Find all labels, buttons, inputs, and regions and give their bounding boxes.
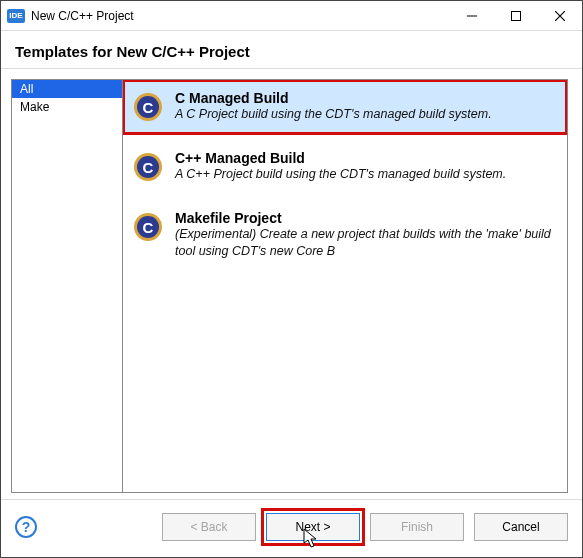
wizard-content: All Make C C Managed Build A C Project b… (1, 69, 582, 499)
makefile-icon: C (131, 210, 165, 244)
svg-rect-0 (512, 11, 521, 20)
template-desc: A C Project build using the CDT's manage… (175, 106, 557, 123)
svg-text:C: C (143, 219, 154, 236)
template-text: C++ Managed Build A C++ Project build us… (175, 150, 557, 183)
minimize-icon (467, 11, 477, 21)
category-item-make[interactable]: Make (12, 98, 122, 116)
back-button: < Back (162, 513, 256, 541)
cancel-button[interactable]: Cancel (474, 513, 568, 541)
template-text: Makefile Project (Experimental) Create a… (175, 210, 557, 260)
page-title: Templates for New C/C++ Project (15, 43, 568, 60)
next-button[interactable]: Next > (266, 513, 360, 541)
template-item-c-managed[interactable]: C C Managed Build A C Project build usin… (123, 80, 567, 134)
svg-text:C: C (143, 99, 154, 116)
template-list[interactable]: C C Managed Build A C Project build usin… (123, 79, 568, 493)
close-button[interactable] (538, 1, 582, 31)
template-title: C Managed Build (175, 90, 557, 106)
wizard-header: Templates for New C/C++ Project (1, 31, 582, 69)
template-title: C++ Managed Build (175, 150, 557, 166)
template-item-makefile[interactable]: C Makefile Project (Experimental) Create… (123, 200, 567, 270)
template-title: Makefile Project (175, 210, 557, 226)
titlebar: IDE New C/C++ Project (1, 1, 582, 31)
dialog-window: IDE New C/C++ Project Templates for New … (0, 0, 583, 558)
app-icon: IDE (7, 9, 25, 23)
help-button[interactable]: ? (15, 516, 37, 538)
category-item-all[interactable]: All (12, 80, 122, 98)
minimize-button[interactable] (450, 1, 494, 31)
c-icon: C (131, 90, 165, 124)
next-button-label: Next > (295, 520, 330, 534)
button-bar: ? < Back Next > Finish Cancel (1, 499, 582, 557)
finish-button: Finish (370, 513, 464, 541)
maximize-icon (511, 11, 521, 21)
template-desc: A C++ Project build using the CDT's mana… (175, 166, 557, 183)
template-text: C Managed Build A C Project build using … (175, 90, 557, 123)
template-desc: (Experimental) Create a new project that… (175, 226, 557, 260)
cpp-icon: C (131, 150, 165, 184)
window-title: New C/C++ Project (31, 9, 450, 23)
svg-text:C: C (143, 159, 154, 176)
category-list[interactable]: All Make (11, 79, 123, 493)
maximize-button[interactable] (494, 1, 538, 31)
close-icon (555, 11, 565, 21)
template-item-cpp-managed[interactable]: C C++ Managed Build A C++ Project build … (123, 140, 567, 194)
